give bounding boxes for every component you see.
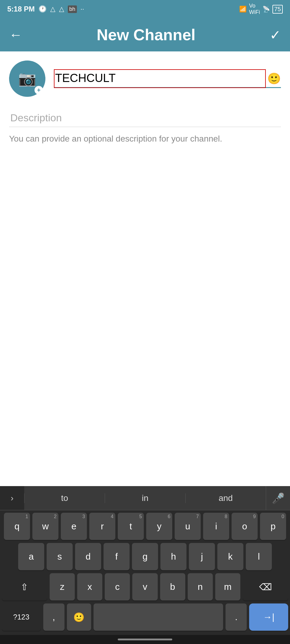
key-t[interactable]: t5 [118, 513, 144, 540]
emoji-key[interactable]: 🙂 [67, 603, 91, 631]
back-button[interactable]: ← [9, 27, 22, 42]
mic-icon: 🎤 [272, 492, 285, 504]
suggestions-expand-button[interactable]: › [0, 486, 24, 510]
key-z[interactable]: z [50, 573, 75, 600]
symbols-key[interactable]: ?123 [2, 603, 41, 631]
key-a[interactable]: a [18, 543, 44, 570]
app-bar: ← New Channel ✓ [0, 18, 290, 51]
suggestion-items: to in and [24, 493, 266, 503]
key-w[interactable]: w2 [32, 513, 58, 540]
vo-wifi-label: VoWiFi [249, 3, 260, 15]
description-section: You can provide an optional description … [9, 109, 281, 145]
emoji-button[interactable]: 🙂 [267, 72, 281, 85]
key-l[interactable]: l [246, 543, 272, 570]
notification-icon-1: △ [50, 5, 55, 13]
status-time: 5:18 PM [7, 5, 35, 13]
key-c[interactable]: c [105, 573, 130, 600]
suggestion-and[interactable]: and [185, 493, 266, 503]
key-i[interactable]: i8 [203, 513, 229, 540]
avatar-plus-icon: + [35, 86, 43, 94]
key-row-2: a s d f g h j k l [2, 543, 288, 570]
key-n[interactable]: n [188, 573, 213, 600]
alarm-icon: 🕐 [38, 5, 47, 13]
keyboard-keys: q1 w2 e3 r4 t5 y6 u7 i8 o9 p0 a s d f g … [0, 510, 290, 635]
shift-key[interactable]: ⇧ [2, 573, 47, 600]
key-d[interactable]: d [75, 543, 101, 570]
key-q[interactable]: q1 [4, 513, 30, 540]
main-content: 📷 + 🙂 You can provide an optional descri… [0, 51, 290, 145]
key-b[interactable]: b [160, 573, 185, 600]
key-j[interactable]: j [189, 543, 215, 570]
notification-icon-2: △ [59, 5, 64, 13]
key-row-3: ⇧ z x c v b n m ⌫ [2, 573, 288, 600]
status-bar-right: 📶 VoWiFi 📡 75 [239, 3, 283, 15]
enter-key[interactable]: →| [249, 603, 288, 631]
mic-button[interactable]: 🎤 [266, 486, 290, 510]
keyboard: › to in and 🎤 q1 w2 e3 r4 t5 y6 u7 [0, 486, 290, 644]
suggestions-bar: › to in and 🎤 [0, 486, 290, 510]
key-g[interactable]: g [132, 543, 158, 570]
page-title: New Channel [97, 26, 196, 44]
signal-icon: 📶 [239, 5, 247, 13]
bottom-bar [0, 635, 290, 644]
camera-icon: 📷 [18, 70, 36, 87]
key-u[interactable]: u7 [175, 513, 201, 540]
period-key[interactable]: . [226, 603, 247, 631]
key-p[interactable]: p0 [260, 513, 286, 540]
key-s[interactable]: s [47, 543, 73, 570]
key-row-4: ?123 , 🙂 . →| [2, 603, 288, 631]
channel-name-wrapper: 🙂 [54, 69, 281, 88]
suggestion-in[interactable]: in [105, 493, 185, 503]
avatar-button[interactable]: 📷 + [9, 60, 45, 97]
key-v[interactable]: v [132, 573, 157, 600]
suggestion-to[interactable]: to [24, 493, 105, 503]
confirm-button[interactable]: ✓ [270, 27, 281, 43]
comma-key[interactable]: , [43, 603, 64, 631]
profile-row: 📷 + 🙂 [9, 60, 281, 97]
description-hint: You can provide an optional description … [9, 132, 281, 145]
key-o[interactable]: o9 [232, 513, 258, 540]
key-e[interactable]: e3 [61, 513, 87, 540]
key-k[interactable]: k [217, 543, 243, 570]
space-key[interactable] [94, 603, 223, 631]
bh-icon: bh [68, 5, 77, 13]
description-input[interactable] [9, 109, 281, 127]
key-row-1: q1 w2 e3 r4 t5 y6 u7 i8 o9 p0 [2, 513, 288, 540]
backspace-key[interactable]: ⌫ [243, 573, 288, 600]
status-bar: 5:18 PM 🕐 △ △ bh ·· 📶 VoWiFi 📡 75 [0, 0, 290, 18]
home-indicator [118, 639, 172, 640]
more-icon: ·· [81, 5, 84, 13]
key-f[interactable]: f [104, 543, 130, 570]
status-bar-left: 5:18 PM 🕐 △ △ bh ·· [7, 5, 84, 13]
battery-icon: 75 [272, 5, 283, 14]
key-y[interactable]: y6 [146, 513, 172, 540]
key-x[interactable]: x [77, 573, 102, 600]
chevron-right-icon: › [11, 493, 13, 503]
channel-name-input[interactable] [54, 69, 281, 88]
key-h[interactable]: h [160, 543, 186, 570]
wifi-icon: 📡 [262, 5, 270, 13]
key-r[interactable]: r4 [89, 513, 115, 540]
key-m[interactable]: m [215, 573, 240, 600]
